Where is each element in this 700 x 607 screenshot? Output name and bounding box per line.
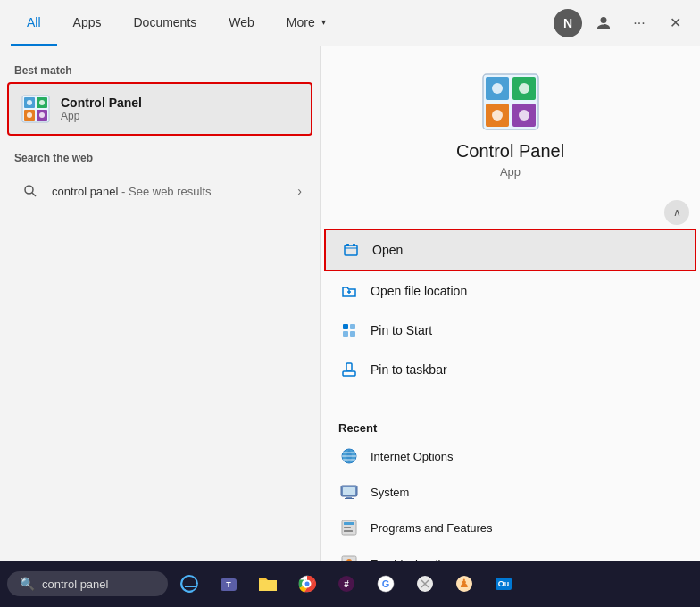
tab-apps[interactable]: Apps — [57, 0, 118, 46]
svg-point-19 — [519, 110, 529, 121]
close-icon[interactable]: ✕ — [661, 9, 689, 37]
best-match-name: Control Panel — [61, 96, 142, 110]
taskbar: 🔍 control panel T — [0, 561, 700, 607]
taskbar-search[interactable]: 🔍 control panel — [7, 571, 168, 596]
svg-line-10 — [32, 193, 36, 196]
action-open-file-label: Open file location — [371, 284, 467, 298]
action-open-label: Open — [372, 243, 403, 257]
svg-rect-20 — [345, 245, 357, 255]
tab-web[interactable]: Web — [212, 0, 271, 46]
taskbar-app1[interactable] — [407, 566, 443, 602]
pin-start-icon — [338, 320, 360, 341]
recent-programs[interactable]: Programs and Features — [321, 510, 700, 545]
svg-rect-40 — [344, 522, 354, 525]
action-pin-start[interactable]: Pin to Start — [321, 311, 700, 350]
recent-internet-options[interactable]: Internet Options — [321, 438, 700, 474]
control-panel-icon — [20, 93, 52, 125]
internet-options-icon — [338, 445, 360, 467]
svg-text:G: G — [382, 578, 390, 589]
app-detail-header: Control Panel App — [321, 46, 700, 196]
svg-rect-29 — [343, 371, 355, 376]
pin-taskbar-icon — [338, 359, 360, 380]
svg-point-6 — [39, 100, 45, 105]
taskbar-google[interactable]: G — [368, 566, 404, 602]
collapse-btn-container: ∧ — [321, 196, 700, 225]
recent-label: Recent — [321, 414, 700, 438]
tab-more[interactable]: More ▾ — [271, 0, 342, 46]
search-suffix-text: - See web results — [118, 185, 211, 198]
tab-all[interactable]: All — [11, 0, 57, 46]
tab-documents[interactable]: Documents — [117, 0, 212, 46]
svg-rect-22 — [353, 244, 355, 246]
folder-icon — [338, 280, 360, 302]
best-match-label: Best match — [0, 57, 320, 80]
svg-rect-36 — [343, 487, 355, 495]
search-web-label: Search the web — [0, 145, 320, 168]
svg-rect-26 — [350, 324, 355, 329]
svg-rect-21 — [346, 244, 349, 246]
taskbar-search-icon: 🔍 — [20, 577, 35, 591]
svg-point-8 — [39, 112, 45, 118]
search-window: All Apps Documents Web More ▾ N — [0, 0, 700, 607]
web-search-item[interactable]: control panel - See web results › — [7, 170, 312, 212]
svg-rect-41 — [344, 527, 351, 528]
action-list: Open Open file location — [321, 225, 700, 393]
svg-rect-38 — [345, 498, 354, 499]
search-icon — [18, 179, 43, 204]
search-query-text: control panel — [52, 185, 118, 198]
chevron-down-icon: ▾ — [321, 17, 326, 27]
svg-text:Ou: Ou — [498, 579, 510, 588]
svg-rect-42 — [344, 530, 353, 532]
open-icon — [340, 239, 362, 261]
svg-rect-28 — [350, 331, 355, 337]
action-open-file[interactable]: Open file location — [321, 271, 700, 311]
taskbar-teams[interactable]: T — [211, 566, 246, 602]
system-label: System — [371, 486, 409, 499]
content-area: Best match — [0, 46, 700, 607]
programs-label: Programs and Features — [371, 521, 493, 535]
taskbar-outlook[interactable]: Ou — [486, 566, 521, 602]
svg-point-9 — [25, 186, 33, 194]
nav-right: N ··· ✕ — [554, 9, 689, 37]
svg-point-2 — [27, 100, 32, 105]
svg-text:♟: ♟ — [459, 577, 470, 590]
taskbar-search-text: control panel — [42, 578, 108, 591]
best-match-item[interactable]: Control Panel App — [7, 82, 312, 136]
action-open[interactable]: Open — [324, 229, 696, 271]
svg-text:#: # — [344, 579, 349, 589]
person-icon[interactable] — [589, 9, 618, 37]
system-icon — [338, 481, 360, 503]
taskbar-app2[interactable]: ♟ — [446, 566, 482, 602]
taskbar-slack[interactable]: # — [329, 566, 364, 602]
svg-point-17 — [519, 83, 529, 94]
recent-system[interactable]: System — [321, 474, 700, 510]
app-detail-name: Control Panel — [456, 141, 564, 162]
nav-tabs: All Apps Documents Web More ▾ — [11, 0, 342, 46]
taskbar-edge[interactable] — [171, 566, 207, 602]
action-pin-taskbar-label: Pin to taskbar — [371, 362, 447, 377]
svg-point-13 — [492, 83, 503, 94]
internet-options-label: Internet Options — [371, 450, 454, 463]
more-options-icon[interactable]: ··· — [625, 9, 654, 37]
action-pin-taskbar[interactable]: Pin to taskbar — [321, 350, 700, 389]
svg-rect-30 — [346, 363, 352, 370]
action-pin-start-label: Pin to Start — [371, 323, 432, 337]
svg-point-4 — [27, 112, 32, 118]
taskbar-file-explorer[interactable] — [250, 566, 286, 602]
svg-rect-25 — [343, 324, 348, 329]
top-nav: All Apps Documents Web More ▾ N — [0, 0, 700, 46]
collapse-button[interactable]: ∧ — [664, 200, 689, 225]
svg-rect-27 — [343, 331, 348, 337]
app-detail-sub: App — [500, 165, 521, 179]
chevron-right-icon: › — [297, 184, 302, 198]
app-detail-icon — [482, 73, 539, 130]
taskbar-chrome[interactable] — [289, 566, 325, 602]
svg-point-56 — [305, 582, 310, 586]
chevron-up-icon: ∧ — [673, 206, 681, 219]
user-avatar[interactable]: N — [554, 9, 582, 37]
best-match-sub: App — [61, 110, 142, 122]
svg-point-15 — [492, 110, 503, 121]
left-panel: Best match — [0, 46, 320, 607]
right-panel: Control Panel App ∧ — [320, 46, 700, 607]
programs-icon — [338, 517, 360, 538]
